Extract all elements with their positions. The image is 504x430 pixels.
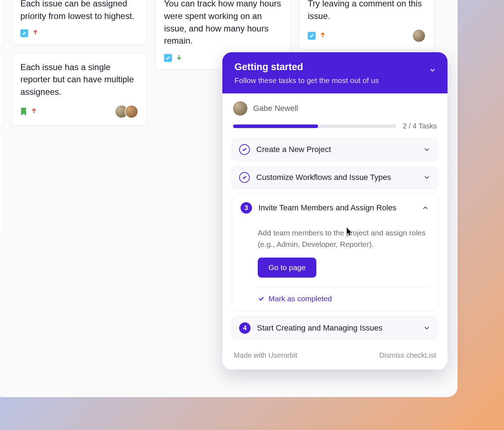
task-header[interactable]: 3 Invite Team Members and Assign Roles	[241, 202, 429, 214]
task-type-icon	[308, 32, 316, 40]
assignee-avatars[interactable]	[115, 105, 138, 118]
onboarding-footer: Made with Userorbit Dismiss checkList	[222, 343, 448, 370]
mark-completed-button[interactable]: Mark as completed	[258, 294, 429, 303]
kanban-column-partial	[0, 0, 4, 234]
onboarding-panel: Getting started Follow these tasks to ge…	[222, 52, 448, 370]
mark-completed-label: Mark as completed	[268, 294, 332, 303]
made-with-label[interactable]: Made with Userorbit	[234, 351, 297, 360]
kanban-column: Each issue can be assigned priority from…	[11, 0, 147, 234]
issue-card-text: You can track how many hours were spent …	[164, 0, 282, 47]
onboarding-user-row: Gabe Newell	[222, 93, 448, 119]
progress-row: 2 / 4 Tasks	[222, 119, 448, 138]
task-step-number: 4	[239, 322, 251, 334]
issue-card-text: Each issue has a single reporter but can…	[20, 61, 138, 98]
card-footer	[20, 29, 138, 38]
task-label: Customize Workflows and Issue Types	[256, 173, 416, 182]
avatar[interactable]	[412, 29, 426, 43]
onboarding-subtitle: Follow these tasks to get the most out o…	[234, 76, 435, 85]
onboarding-task-list: Create a New Project Customize Workflows…	[222, 138, 448, 343]
dismiss-checklist-button[interactable]: Dismiss checkList	[379, 351, 436, 360]
avatar[interactable]	[125, 105, 138, 118]
task-label: Start Creating and Managing Issues	[257, 323, 416, 333]
chevron-down-icon	[429, 66, 436, 74]
chevron-down-icon	[423, 324, 431, 332]
task-type-icon	[164, 54, 172, 62]
onboarding-task[interactable]: 4 Start Creating and Managing Issues	[232, 316, 438, 340]
progress-bar	[233, 124, 396, 128]
user-avatar	[233, 101, 247, 116]
card-stub[interactable]	[0, 54, 4, 126]
onboarding-task[interactable]: Create a New Project	[232, 138, 438, 161]
chevron-down-icon	[423, 146, 431, 153]
issue-card[interactable]: Try leaving a comment on this issue.	[299, 0, 435, 50]
priority-medium-icon	[319, 31, 326, 40]
priority-high-icon	[32, 29, 39, 38]
issue-card[interactable]: Each issue can be assigned priority from…	[11, 0, 147, 45]
chevron-down-icon	[423, 174, 431, 181]
task-label: Create a New Project	[256, 145, 416, 154]
go-to-page-button[interactable]: Go to page	[258, 258, 316, 278]
priority-low-icon	[176, 54, 183, 62]
assignee-avatars[interactable]	[412, 29, 426, 43]
onboarding-header: Getting started Follow these tasks to ge…	[222, 52, 448, 93]
task-step-number: 3	[241, 202, 252, 214]
issue-card[interactable]: Each issue has a single reporter but can…	[11, 53, 147, 126]
task-label: Invite Team Members and Assign Roles	[258, 203, 415, 212]
task-completed-icon	[239, 144, 250, 155]
issue-card-text: Each issue can be assigned priority from…	[20, 0, 138, 23]
card-stub[interactable]	[0, 0, 4, 47]
progress-fill	[233, 124, 318, 128]
priority-high-icon	[30, 107, 38, 116]
card-footer	[20, 105, 138, 118]
onboarding-task-expanded[interactable]: 3 Invite Team Members and Assign Roles A…	[232, 194, 438, 311]
task-description: Add team members to the project and assi…	[258, 227, 429, 250]
card-stub[interactable]	[0, 134, 4, 234]
user-name: Gabe Newell	[253, 104, 298, 113]
story-type-icon	[20, 108, 27, 116]
issue-card-text: Try leaving a comment on this issue.	[308, 0, 426, 23]
progress-label: 2 / 4 Tasks	[403, 122, 437, 130]
onboarding-title: Getting started	[234, 62, 435, 73]
onboarding-task[interactable]: Customize Workflows and Issue Types	[232, 166, 438, 189]
chevron-up-icon	[421, 204, 429, 212]
task-completed-icon	[239, 172, 250, 183]
divider	[258, 287, 429, 287]
task-type-icon	[20, 29, 28, 37]
card-footer	[308, 29, 426, 43]
check-icon	[258, 295, 265, 302]
task-body: Add team members to the project and assi…	[241, 220, 429, 303]
collapse-panel-button[interactable]	[428, 65, 438, 75]
